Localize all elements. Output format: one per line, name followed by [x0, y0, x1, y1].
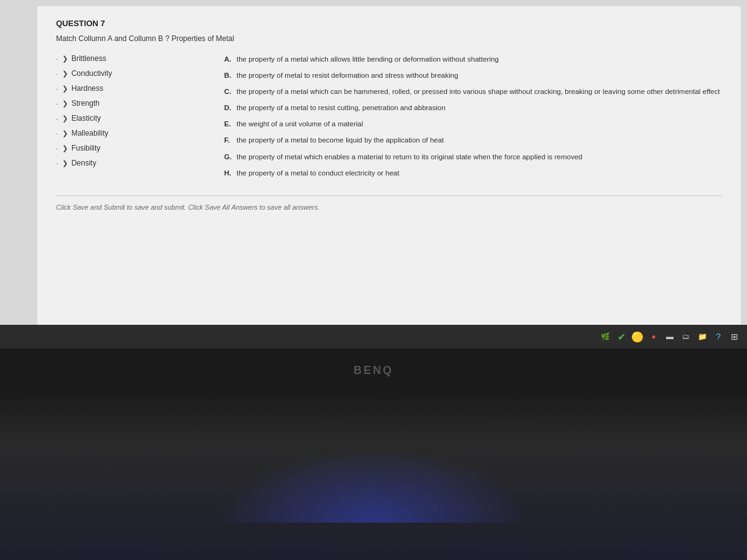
- tray-icon-windows[interactable]: ⊞: [728, 330, 741, 343]
- dash-icon: -: [56, 100, 59, 107]
- answer-text: the property of metal which enables a ma…: [237, 152, 722, 162]
- dash-icon: -: [56, 55, 59, 62]
- dash-icon: -: [56, 129, 59, 137]
- answer-text: the property of a metal to resist cuttin…: [237, 103, 722, 113]
- answer-text: the property of a metal which can be ham…: [237, 86, 722, 96]
- column-a-item[interactable]: - ❯ Elasticity: [56, 114, 205, 123]
- chevron-icon: ❯: [62, 129, 68, 138]
- answer-text: the weight of a unit volume of a materia…: [237, 119, 722, 129]
- term-label: Hardness: [72, 84, 103, 93]
- column-b-item: C. the property of a metal which can be …: [224, 86, 722, 96]
- dash-icon: -: [56, 159, 59, 167]
- column-a-item[interactable]: - ❯ Malleability: [56, 129, 205, 138]
- chevron-icon: ❯: [62, 100, 68, 108]
- keyboard-glow: [218, 448, 529, 523]
- taskbar: 🌿 ✔ 🟡 ● ▬ 🗂 📁 ? ⊞: [0, 325, 747, 348]
- term-label: Brittleness: [72, 54, 106, 63]
- dash-icon: -: [56, 114, 59, 122]
- tray-icon-3[interactable]: ●: [647, 330, 660, 343]
- column-b-item: G. the property of metal which enables a…: [224, 152, 722, 162]
- answer-letter: G.: [224, 152, 237, 162]
- column-b-item: A. the property of a metal which allows …: [224, 54, 722, 64]
- question-instruction: Match Collumn A and Collumn B ? Properti…: [56, 34, 722, 43]
- column-b-item: B. the property of metal to resist defor…: [224, 70, 722, 80]
- answer-text: the property of metal to resist deformat…: [237, 70, 722, 80]
- chevron-icon: ❯: [62, 159, 68, 167]
- dash-icon: -: [56, 144, 59, 152]
- column-a-item[interactable]: - ❯ Fusibility: [56, 144, 205, 152]
- tray-icon-folder[interactable]: 📁: [696, 330, 708, 343]
- column-a: - ❯ Brittleness - ❯ Conductivity - ❯ Har…: [56, 54, 205, 184]
- chevron-icon: ❯: [62, 85, 68, 93]
- column-a-item[interactable]: - ❯ Conductivity: [56, 69, 205, 78]
- answer-letter: B.: [224, 70, 237, 80]
- chevron-icon: ❯: [62, 70, 68, 78]
- tray-icon-1[interactable]: 🌿: [599, 330, 611, 343]
- chevron-icon: ❯: [62, 114, 68, 123]
- term-label: Density: [72, 159, 96, 167]
- column-a-item[interactable]: - ❯ Density: [56, 159, 205, 167]
- column-b-item: H. the property of a metal to conduct el…: [224, 168, 722, 178]
- tray-icon-2[interactable]: ✔: [615, 330, 627, 343]
- desk-surface: [0, 392, 747, 560]
- tray-icon-chrome[interactable]: 🟡: [631, 330, 644, 343]
- column-b-item: D. the property of a metal to resist cut…: [224, 103, 722, 113]
- tray-icon-4[interactable]: ▬: [664, 330, 676, 343]
- answer-letter: H.: [224, 168, 237, 178]
- chevron-icon: ❯: [62, 144, 68, 152]
- tray-icon-5[interactable]: 🗂: [680, 330, 692, 343]
- divider: [56, 195, 722, 196]
- answer-text: the property of a metal to conduct elect…: [237, 168, 722, 178]
- chevron-icon: ❯: [62, 55, 68, 63]
- column-b-item: F. the property of a metal to become liq…: [224, 135, 722, 145]
- monitor-screen: QUESTION 7 Match Collumn A and Collumn B…: [0, 0, 747, 361]
- monitor-brand: BenQ: [354, 364, 393, 377]
- column-b: A. the property of a metal which allows …: [224, 54, 722, 184]
- term-label: Elasticity: [72, 114, 101, 123]
- dash-icon: -: [56, 70, 59, 77]
- system-tray: 🌿 ✔ 🟡 ● ▬ 🗂 📁 ? ⊞: [599, 330, 741, 343]
- monitor-bezel: BenQ: [0, 348, 747, 392]
- answer-letter: A.: [224, 54, 237, 64]
- answer-letter: D.: [224, 103, 237, 113]
- column-a-item[interactable]: - ❯ Hardness: [56, 84, 205, 93]
- column-a-item[interactable]: - ❯ Strength: [56, 99, 205, 108]
- answer-letter: E.: [224, 119, 237, 129]
- save-instruction: Click Save and Submit to save and submit…: [56, 203, 722, 211]
- term-label: Malleability: [72, 129, 108, 138]
- dash-icon: -: [56, 85, 59, 92]
- answer-text: the property of a metal to become liquid…: [237, 135, 722, 145]
- tray-icon-help[interactable]: ?: [712, 330, 725, 343]
- term-label: Fusibility: [72, 144, 101, 152]
- column-a-item[interactable]: - ❯ Brittleness: [56, 54, 205, 63]
- content-panel: QUESTION 7 Match Collumn A and Collumn B…: [37, 6, 741, 361]
- answer-letter: C.: [224, 86, 237, 96]
- answer-text: the property of a metal which allows lit…: [237, 54, 722, 64]
- question-number: QUESTION 7: [56, 19, 722, 28]
- term-label: Strength: [72, 99, 100, 108]
- column-b-item: E. the weight of a unit volume of a mate…: [224, 119, 722, 129]
- answer-letter: F.: [224, 135, 237, 145]
- matching-container: - ❯ Brittleness - ❯ Conductivity - ❯ Har…: [56, 54, 722, 184]
- term-label: Conductivity: [72, 69, 112, 78]
